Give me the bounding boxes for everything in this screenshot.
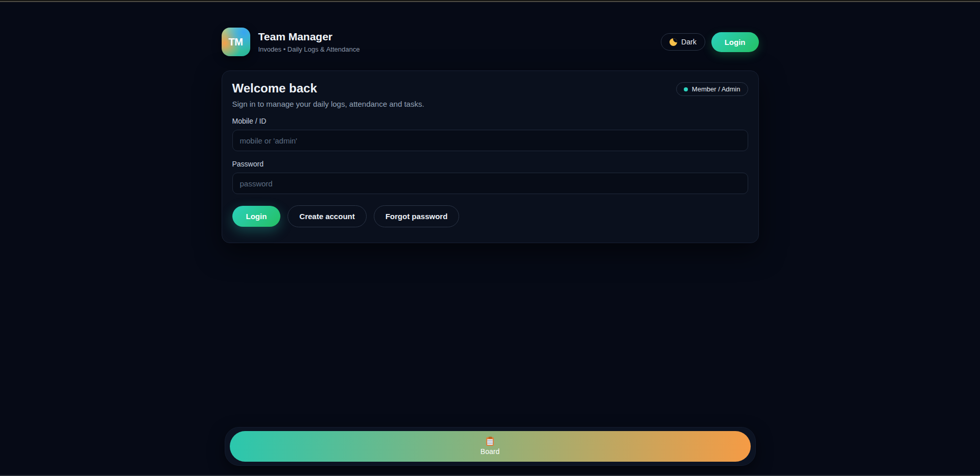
board-button-label: Board [481,447,499,456]
password-label: Password [232,160,748,168]
welcome-subheading: Sign in to manage your daily logs, atten… [232,100,424,108]
login-actions-row: Login Create account Forgot password [232,205,748,227]
page-container: TM Team Manager Invodes • Daily Logs & A… [222,28,759,243]
app-subtitle: Invodes • Daily Logs & Attendance [258,45,360,53]
board-button[interactable]: Board [230,431,751,462]
password-input[interactable] [232,173,748,194]
app-title: Team Manager [258,31,360,43]
role-badge-label: Member / Admin [692,85,740,93]
create-account-button[interactable]: Create account [288,205,366,227]
board-bar-container: Board [225,427,756,466]
app-title-block: Team Manager Invodes • Daily Logs & Atte… [258,31,360,53]
clipboard-icon [486,437,494,446]
login-card: Welcome back Sign in to manage your dail… [222,70,759,243]
app-logo-text: TM [229,36,243,48]
welcome-heading: Welcome back [232,81,424,96]
theme-toggle-label: Dark [681,38,697,46]
login-card-heading-block: Welcome back Sign in to manage your dail… [232,81,424,108]
mobile-id-input[interactable] [232,130,748,151]
top-edge-strip [0,0,980,2]
login-submit-button[interactable]: Login [232,206,281,227]
role-badge: Member / Admin [676,82,748,96]
app-logo: TM [222,28,250,56]
theme-toggle-button[interactable]: Dark [661,33,705,51]
status-dot-icon [684,87,688,91]
moon-icon [670,38,677,46]
mobile-id-label: Mobile / ID [232,117,748,125]
app-header: TM Team Manager Invodes • Daily Logs & A… [222,28,759,56]
login-card-header: Welcome back Sign in to manage your dail… [232,81,748,108]
header-login-button[interactable]: Login [711,32,759,52]
forgot-password-button[interactable]: Forgot password [374,205,460,227]
